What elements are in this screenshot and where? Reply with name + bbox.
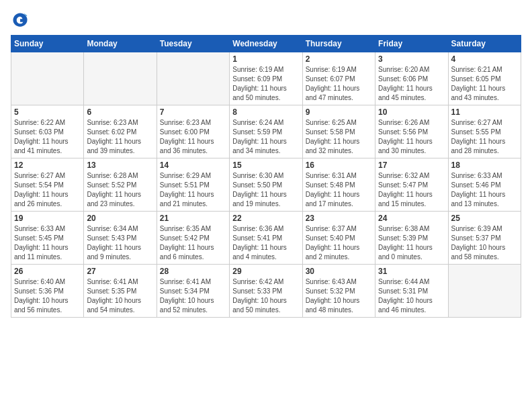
- day-number: 21: [160, 214, 226, 223]
- day-info: Sunrise: 6:27 AM Sunset: 5:54 PM Dayligh…: [14, 171, 81, 209]
- calendar-cell: 29Sunrise: 6:42 AM Sunset: 5:33 PM Dayli…: [230, 265, 302, 318]
- weekday-header: Monday: [84, 36, 157, 52]
- calendar-cell: 2Sunrise: 6:19 AM Sunset: 6:07 PM Daylig…: [302, 52, 375, 105]
- day-info: Sunrise: 6:21 AM Sunset: 6:05 PM Dayligh…: [451, 65, 518, 103]
- calendar-week-row: 12Sunrise: 6:27 AM Sunset: 5:54 PM Dayli…: [11, 158, 521, 212]
- calendar-cell: 26Sunrise: 6:40 AM Sunset: 5:36 PM Dayli…: [11, 265, 84, 318]
- day-number: 23: [306, 214, 372, 223]
- day-number: 27: [87, 267, 153, 276]
- calendar-cell: 8Sunrise: 6:24 AM Sunset: 5:59 PM Daylig…: [230, 105, 302, 158]
- calendar-week-row: 26Sunrise: 6:40 AM Sunset: 5:36 PM Dayli…: [11, 265, 521, 318]
- day-info: Sunrise: 6:19 AM Sunset: 6:07 PM Dayligh…: [306, 65, 372, 103]
- day-number: 18: [451, 161, 518, 170]
- calendar-cell: 28Sunrise: 6:41 AM Sunset: 5:34 PM Dayli…: [157, 265, 229, 318]
- day-number: 3: [378, 54, 445, 64]
- calendar-cell: 10Sunrise: 6:26 AM Sunset: 5:56 PM Dayli…: [375, 105, 448, 158]
- day-info: Sunrise: 6:34 AM Sunset: 5:43 PM Dayligh…: [87, 224, 153, 262]
- day-number: 7: [160, 107, 226, 117]
- day-info: Sunrise: 6:22 AM Sunset: 6:03 PM Dayligh…: [14, 118, 81, 156]
- calendar-cell: 22Sunrise: 6:36 AM Sunset: 5:41 PM Dayli…: [230, 212, 302, 265]
- day-info: Sunrise: 6:36 AM Sunset: 5:41 PM Dayligh…: [232, 224, 299, 262]
- calendar-cell: 3Sunrise: 6:20 AM Sunset: 6:06 PM Daylig…: [375, 52, 448, 105]
- calendar-week-row: 1Sunrise: 6:19 AM Sunset: 6:09 PM Daylig…: [11, 52, 521, 105]
- day-number: 11: [451, 107, 518, 117]
- page-header: [11, 11, 521, 30]
- day-info: Sunrise: 6:31 AM Sunset: 5:48 PM Dayligh…: [306, 171, 372, 209]
- calendar-cell: 23Sunrise: 6:37 AM Sunset: 5:40 PM Dayli…: [302, 212, 375, 265]
- day-number: 12: [14, 161, 81, 170]
- day-info: Sunrise: 6:29 AM Sunset: 5:51 PM Dayligh…: [160, 171, 226, 209]
- day-info: Sunrise: 6:35 AM Sunset: 5:42 PM Dayligh…: [160, 224, 226, 262]
- day-number: 9: [306, 107, 372, 117]
- calendar-week-row: 5Sunrise: 6:22 AM Sunset: 6:03 PM Daylig…: [11, 105, 521, 158]
- logo: [11, 11, 32, 30]
- weekday-header: Wednesday: [230, 36, 302, 52]
- calendar-cell: 27Sunrise: 6:41 AM Sunset: 5:35 PM Dayli…: [84, 265, 157, 318]
- day-info: Sunrise: 6:42 AM Sunset: 5:33 PM Dayligh…: [232, 277, 299, 315]
- day-number: 5: [14, 107, 81, 117]
- day-number: 15: [232, 161, 299, 170]
- day-number: 1: [232, 54, 299, 64]
- calendar-cell: 11Sunrise: 6:27 AM Sunset: 5:55 PM Dayli…: [448, 105, 521, 158]
- day-info: Sunrise: 6:19 AM Sunset: 6:09 PM Dayligh…: [232, 65, 299, 103]
- calendar-cell: 21Sunrise: 6:35 AM Sunset: 5:42 PM Dayli…: [157, 212, 229, 265]
- day-info: Sunrise: 6:24 AM Sunset: 5:59 PM Dayligh…: [232, 118, 299, 156]
- day-info: Sunrise: 6:20 AM Sunset: 6:06 PM Dayligh…: [378, 65, 445, 103]
- day-info: Sunrise: 6:41 AM Sunset: 5:35 PM Dayligh…: [87, 277, 153, 315]
- day-info: Sunrise: 6:33 AM Sunset: 5:46 PM Dayligh…: [451, 171, 518, 209]
- day-number: 14: [160, 161, 226, 170]
- day-number: 10: [378, 107, 445, 117]
- calendar-cell: 31Sunrise: 6:44 AM Sunset: 5:31 PM Dayli…: [375, 265, 448, 318]
- calendar-cell: [448, 265, 521, 318]
- day-info: Sunrise: 6:26 AM Sunset: 5:56 PM Dayligh…: [378, 118, 445, 156]
- calendar-cell: 14Sunrise: 6:29 AM Sunset: 5:51 PM Dayli…: [157, 158, 229, 212]
- day-number: 6: [87, 107, 153, 117]
- day-number: 26: [14, 267, 81, 276]
- day-info: Sunrise: 6:23 AM Sunset: 6:00 PM Dayligh…: [160, 118, 226, 156]
- calendar-cell: 9Sunrise: 6:25 AM Sunset: 5:58 PM Daylig…: [302, 105, 375, 158]
- calendar-cell: [84, 52, 157, 105]
- calendar-header-row: SundayMondayTuesdayWednesdayThursdayFrid…: [11, 36, 521, 52]
- day-info: Sunrise: 6:28 AM Sunset: 5:52 PM Dayligh…: [87, 171, 153, 209]
- calendar-cell: 6Sunrise: 6:23 AM Sunset: 6:02 PM Daylig…: [84, 105, 157, 158]
- day-number: 22: [232, 214, 299, 223]
- day-info: Sunrise: 6:25 AM Sunset: 5:58 PM Dayligh…: [306, 118, 372, 156]
- day-number: 24: [378, 214, 445, 223]
- day-info: Sunrise: 6:43 AM Sunset: 5:32 PM Dayligh…: [306, 277, 372, 315]
- day-info: Sunrise: 6:37 AM Sunset: 5:40 PM Dayligh…: [306, 224, 372, 262]
- calendar-table: SundayMondayTuesdayWednesdayThursdayFrid…: [11, 35, 521, 318]
- calendar-cell: 17Sunrise: 6:32 AM Sunset: 5:47 PM Dayli…: [375, 158, 448, 212]
- calendar-cell: 15Sunrise: 6:30 AM Sunset: 5:50 PM Dayli…: [230, 158, 302, 212]
- calendar-cell: 25Sunrise: 6:39 AM Sunset: 5:37 PM Dayli…: [448, 212, 521, 265]
- day-number: 16: [306, 161, 372, 170]
- calendar-cell: [11, 52, 84, 105]
- day-info: Sunrise: 6:30 AM Sunset: 5:50 PM Dayligh…: [232, 171, 299, 209]
- day-number: 19: [14, 214, 81, 223]
- weekday-header: Friday: [375, 36, 448, 52]
- calendar-cell: 7Sunrise: 6:23 AM Sunset: 6:00 PM Daylig…: [157, 105, 229, 158]
- calendar-cell: 19Sunrise: 6:33 AM Sunset: 5:45 PM Dayli…: [11, 212, 84, 265]
- calendar-cell: 24Sunrise: 6:38 AM Sunset: 5:39 PM Dayli…: [375, 212, 448, 265]
- calendar-cell: 13Sunrise: 6:28 AM Sunset: 5:52 PM Dayli…: [84, 158, 157, 212]
- calendar-cell: 4Sunrise: 6:21 AM Sunset: 6:05 PM Daylig…: [448, 52, 521, 105]
- day-info: Sunrise: 6:32 AM Sunset: 5:47 PM Dayligh…: [378, 171, 445, 209]
- day-number: 29: [232, 267, 299, 276]
- day-number: 28: [160, 267, 226, 276]
- weekday-header: Thursday: [302, 36, 375, 52]
- day-number: 25: [451, 214, 518, 223]
- calendar-cell: 30Sunrise: 6:43 AM Sunset: 5:32 PM Dayli…: [302, 265, 375, 318]
- day-info: Sunrise: 6:41 AM Sunset: 5:34 PM Dayligh…: [160, 277, 226, 315]
- calendar-cell: 1Sunrise: 6:19 AM Sunset: 6:09 PM Daylig…: [230, 52, 302, 105]
- day-info: Sunrise: 6:23 AM Sunset: 6:02 PM Dayligh…: [87, 118, 153, 156]
- calendar-cell: 5Sunrise: 6:22 AM Sunset: 6:03 PM Daylig…: [11, 105, 84, 158]
- day-info: Sunrise: 6:44 AM Sunset: 5:31 PM Dayligh…: [378, 277, 445, 315]
- calendar-cell: 18Sunrise: 6:33 AM Sunset: 5:46 PM Dayli…: [448, 158, 521, 212]
- calendar-cell: 20Sunrise: 6:34 AM Sunset: 5:43 PM Dayli…: [84, 212, 157, 265]
- day-info: Sunrise: 6:33 AM Sunset: 5:45 PM Dayligh…: [14, 224, 81, 262]
- day-number: 4: [451, 54, 518, 64]
- day-number: 8: [232, 107, 299, 117]
- calendar-cell: [157, 52, 229, 105]
- day-number: 20: [87, 214, 153, 223]
- weekday-header: Tuesday: [157, 36, 229, 52]
- logo-icon: [11, 11, 30, 30]
